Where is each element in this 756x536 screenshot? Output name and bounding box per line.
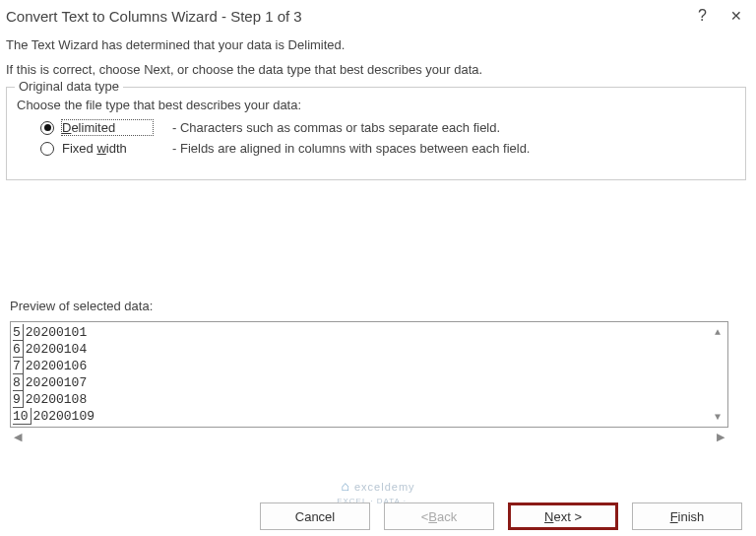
next-button[interactable]: Next > [508,502,618,530]
help-icon[interactable]: ? [698,7,707,25]
intro-text-2: If this is correct, choose Next, or choo… [6,62,746,77]
scroll-down-icon[interactable]: ▼ [710,409,725,425]
house-icon: ⌂ [341,478,349,494]
intro-text-1: The Text Wizard has determined that your… [6,37,746,52]
preview-title: Preview of selected data: [10,299,742,313]
radio-fixed-width[interactable]: Fixed width - Fields are aligned in colu… [40,141,735,156]
choose-label: Choose the file type that best describes… [17,98,735,112]
window-title: Convert Text to Columns Wizard - Step 1 … [6,8,302,25]
radio-fixed-label: Fixed width [62,141,153,156]
radio-delimited-desc: - Characters such as commas or tabs sepa… [172,120,500,135]
scroll-up-icon[interactable]: ▲ [710,324,725,340]
group-legend: Original data type [15,79,123,94]
window-controls: ? ✕ [698,6,746,26]
preview-row: 520200101 [13,324,94,341]
preview-box: 520200101 620200104 720200106 820200107 … [10,321,728,428]
radio-icon [40,142,54,156]
watermark: ⌂ exceldemy EXCEL · DATA · ... [337,478,419,505]
radio-delimited[interactable]: Delimited - Characters such as commas or… [40,120,735,135]
preview-list: 520200101 620200104 720200106 820200107 … [13,324,94,425]
radio-fixed-desc: - Fields are aligned in columns with spa… [172,141,530,156]
scroll-left-icon[interactable]: ◀ [14,431,22,443]
scroll-right-icon[interactable]: ▶ [717,431,724,443]
preview-section: Preview of selected data: 520200101 6202… [6,299,746,445]
horizontal-scrollbar[interactable]: ◀ ▶ [10,428,728,445]
original-data-type-group: Original data type Choose the file type … [6,87,746,180]
title-bar: Convert Text to Columns Wizard - Step 1 … [0,0,756,32]
preview-row: 1020200109 [13,408,94,425]
preview-row: 920200108 [13,391,94,408]
radio-icon [40,121,54,135]
radio-delimited-label: Delimited [62,120,153,135]
dialog-body: The Text Wizard has determined that your… [0,32,756,445]
back-button: < Back [384,502,494,530]
cancel-button[interactable]: Cancel [260,502,370,530]
close-icon[interactable]: ✕ [726,6,746,26]
button-row: Cancel < Back Next > Finish [260,502,742,530]
preview-row: 820200107 [13,374,94,391]
watermark-brand: exceldemy [354,481,415,493]
finish-button[interactable]: Finish [632,502,742,530]
preview-row: 720200106 [13,358,94,374]
preview-row: 620200104 [13,341,94,358]
